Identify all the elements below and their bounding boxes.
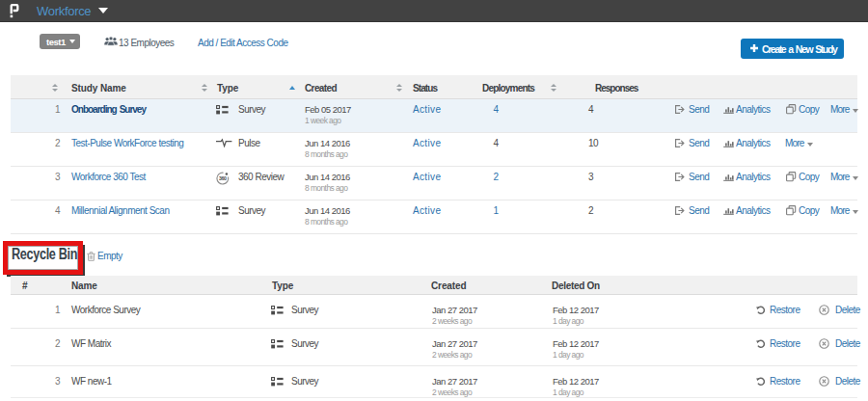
svg-text:360: 360 — [219, 175, 227, 181]
